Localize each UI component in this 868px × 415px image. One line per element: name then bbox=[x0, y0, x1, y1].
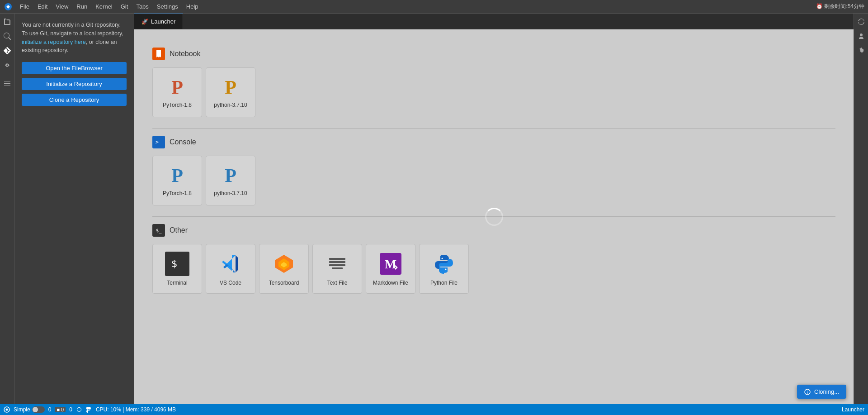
sidebar-icon-search[interactable] bbox=[1, 30, 14, 43]
initialize-repository-button[interactable]: Initialize a Repository bbox=[22, 78, 127, 90]
sidebar-icon-git[interactable] bbox=[1, 44, 14, 57]
menu-kernel[interactable]: Kernel bbox=[92, 2, 116, 11]
console-cards-row: P PyTorch-1.8 P python-3.7.10 bbox=[152, 156, 835, 205]
pythonfile-card[interactable]: Python File bbox=[419, 244, 469, 294]
vscode-card-icon bbox=[218, 252, 243, 276]
settings-statusbar-icon bbox=[76, 406, 82, 413]
timer-display: ⏰ 剩余时间:54分钟 bbox=[816, 3, 864, 10]
svg-point-7 bbox=[445, 268, 447, 270]
menu-run[interactable]: Run bbox=[73, 2, 91, 11]
right-sidebar bbox=[854, 14, 868, 404]
python-console-card[interactable]: P python-3.7.10 bbox=[206, 156, 255, 205]
textfile-card-icon bbox=[325, 252, 349, 276]
statusbar-badge1: ■ 0 bbox=[55, 407, 66, 412]
cloning-info-icon: i bbox=[804, 389, 811, 395]
console-section-title: Console bbox=[170, 138, 196, 146]
textfile-card[interactable]: Text File bbox=[312, 244, 362, 294]
menu-settings[interactable]: Settings bbox=[153, 2, 182, 11]
tab-bar: 🚀 Launcher bbox=[134, 14, 854, 29]
python-notebook-label: python-3.7.10 bbox=[214, 102, 247, 108]
python-console-label: python-3.7.10 bbox=[214, 190, 247, 196]
menu-view[interactable]: View bbox=[52, 2, 72, 11]
menubar: File Edit View Run Kernel Git Tabs Setti… bbox=[0, 0, 868, 14]
terminal-card-label: Terminal bbox=[167, 280, 187, 286]
status-number1: 0 bbox=[48, 406, 52, 413]
statusbar-right: Launcher bbox=[842, 406, 864, 413]
other-section-icon: $_ bbox=[152, 224, 165, 237]
gear-icon[interactable] bbox=[855, 44, 868, 57]
launcher-tab[interactable]: 🚀 Launcher bbox=[134, 14, 183, 29]
menu-help[interactable]: Help bbox=[183, 2, 202, 11]
toggle-thumb bbox=[33, 407, 38, 412]
initialize-link[interactable]: initialize a repository here bbox=[22, 39, 86, 45]
pytorch-console-icon: P bbox=[171, 165, 183, 186]
terminal-card-icon: $_ bbox=[165, 252, 189, 276]
sidebar-icon-files[interactable] bbox=[1, 15, 14, 28]
statusbar: Simple 0 ■ 0 0 CPU: 10% | Mem: 339 / 409… bbox=[0, 404, 868, 415]
git-panel-message: You are not currently in a Git repositor… bbox=[22, 21, 127, 55]
other-cards-row: $_ Terminal VS Code bbox=[152, 244, 835, 294]
menu-file[interactable]: File bbox=[16, 2, 33, 11]
content-area: 🚀 Launcher Notebook P PyTorch-1.8 bbox=[134, 14, 854, 404]
python-notebook-card[interactable]: P python-3.7.10 bbox=[206, 67, 255, 117]
launcher-tab-label: Launcher bbox=[151, 18, 175, 25]
notebook-cards-row: P PyTorch-1.8 P python-3.7.10 bbox=[152, 67, 835, 117]
app-statusbar-icon bbox=[4, 406, 10, 413]
sidebar-icon-extensions[interactable] bbox=[1, 59, 14, 72]
tensorboard-card[interactable]: Tensorboard bbox=[259, 244, 309, 294]
svg-text:i: i bbox=[807, 390, 808, 395]
accounts-icon[interactable] bbox=[855, 30, 868, 43]
status-number2: 0 bbox=[69, 406, 72, 413]
clone-repository-button[interactable]: Clone a Repository bbox=[22, 94, 127, 106]
loading-spinner bbox=[485, 208, 503, 226]
menu-git[interactable]: Git bbox=[117, 2, 132, 11]
console-section-header: >_ Console bbox=[152, 136, 835, 148]
pythonfile-card-label: Python File bbox=[430, 280, 458, 286]
pytorch-console-label: PyTorch-1.8 bbox=[163, 190, 192, 196]
markdown-card-icon: M bbox=[378, 252, 403, 276]
python-console-icon: P bbox=[225, 165, 236, 186]
open-filebrowser-button[interactable]: Open the FileBrowser bbox=[22, 62, 127, 74]
pytorch-notebook-icon: P bbox=[171, 76, 183, 98]
menu-tabs[interactable]: Tabs bbox=[132, 2, 152, 11]
cpu-mem-status: CPU: 10% | Mem: 339 / 4096 MB bbox=[96, 406, 176, 413]
notebook-section-header: Notebook bbox=[152, 48, 835, 60]
menu-edit[interactable]: Edit bbox=[34, 2, 51, 11]
pytorch-notebook-card[interactable]: P PyTorch-1.8 bbox=[152, 67, 202, 117]
notebook-divider bbox=[152, 128, 835, 129]
simple-toggle[interactable]: Simple bbox=[14, 406, 45, 413]
menu-items: File Edit View Run Kernel Git Tabs Setti… bbox=[16, 2, 202, 11]
cloning-button[interactable]: i Cloning... bbox=[797, 385, 846, 399]
launcher-panel: Notebook P PyTorch-1.8 P python-3.7.10 >… bbox=[134, 29, 854, 404]
svg-point-6 bbox=[442, 258, 443, 259]
git-panel: You are not currently in a Git repositor… bbox=[14, 14, 134, 404]
left-icon-sidebar bbox=[0, 14, 14, 404]
markdown-card[interactable]: M Markdown File bbox=[366, 244, 415, 294]
other-section-header: $_ Other bbox=[152, 224, 835, 237]
markdown-card-label: Markdown File bbox=[373, 280, 408, 286]
toggle-track bbox=[32, 406, 45, 413]
git-statusbar-icon bbox=[86, 406, 92, 413]
simple-label: Simple bbox=[14, 406, 30, 413]
console-section-icon: >_ bbox=[152, 136, 165, 148]
other-section-title: Other bbox=[170, 226, 188, 234]
sidebar-icon-menu[interactable] bbox=[1, 77, 14, 90]
svg-text:M: M bbox=[385, 257, 396, 271]
notebook-section-icon bbox=[152, 48, 165, 60]
notebook-section-title: Notebook bbox=[170, 50, 201, 58]
pythonfile-card-icon bbox=[432, 252, 456, 276]
statusbar-left: Simple 0 ■ 0 0 CPU: 10% | Mem: 339 / 409… bbox=[4, 406, 176, 413]
main-layout: You are not currently in a Git repositor… bbox=[0, 14, 868, 404]
app-logo bbox=[4, 2, 13, 11]
pytorch-notebook-label: PyTorch-1.8 bbox=[163, 102, 192, 108]
loading-spinner-overlay bbox=[485, 208, 503, 226]
vscode-card-label: VS Code bbox=[220, 280, 241, 286]
textfile-card-label: Text File bbox=[327, 280, 348, 286]
tensorboard-card-icon bbox=[272, 252, 296, 276]
vscode-card[interactable]: VS Code bbox=[206, 244, 255, 294]
python-notebook-icon: P bbox=[225, 76, 236, 98]
sync-icon[interactable] bbox=[855, 15, 868, 28]
pytorch-console-card[interactable]: P PyTorch-1.8 bbox=[152, 156, 202, 205]
terminal-card[interactable]: $_ Terminal bbox=[152, 244, 202, 294]
svg-point-9 bbox=[6, 409, 8, 411]
